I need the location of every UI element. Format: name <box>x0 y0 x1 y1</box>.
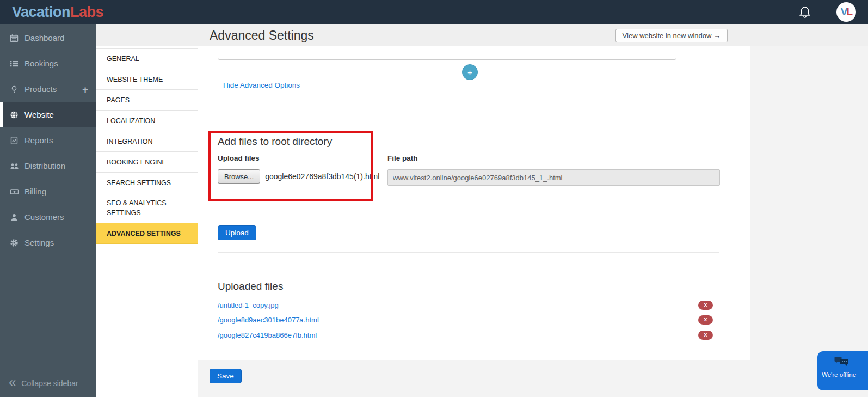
add-files-heading: Add files to root directory <box>218 136 332 148</box>
report-icon <box>10 136 21 145</box>
page: { "topbar": { "logo": { "part1": "Vacati… <box>0 0 868 397</box>
uploaded-file-link[interactable]: /google8d9aec301be4077a.html <box>218 316 319 324</box>
page-title: Advanced Settings <box>210 28 314 43</box>
uploaded-file-row: /google8d9aec301be4077a.html x <box>218 312 719 327</box>
lightbulb-icon <box>10 85 21 94</box>
tab-integration[interactable]: INTEGRATION <box>96 131 198 152</box>
collapse-sidebar-label: Collapse sidebar <box>21 379 78 388</box>
upload-button[interactable]: Upload <box>218 225 256 240</box>
file-path-label: File path <box>387 154 418 162</box>
upload-files-label: Upload files <box>218 154 260 162</box>
sidebar-item-label: Website <box>24 110 54 119</box>
sidebar-item-label: Settings <box>24 238 54 247</box>
delete-file-button[interactable]: x <box>698 331 713 340</box>
selected-filename: google6e02769a8f3db145(1).html <box>265 172 379 181</box>
sidebar-item-reports[interactable]: Reports <box>0 127 96 153</box>
tab-search-settings[interactable]: SEARCH SETTINGS <box>96 173 198 193</box>
hide-advanced-options-link[interactable]: Hide Advanced Options <box>223 81 300 89</box>
add-product-plus-icon[interactable]: + <box>82 84 88 94</box>
sidebar-item-label: Customers <box>24 212 64 222</box>
file-picker: Browse... google6e02769a8f3db145(1).html <box>218 169 379 184</box>
sidebar-item-label: Dashboard <box>24 33 64 42</box>
avatar-letter-l: L <box>847 6 852 18</box>
section-divider <box>218 252 719 253</box>
settings-tab-list: GENERAL WEBSITE THEME PAGES LOCALIZATION… <box>96 48 198 244</box>
uploaded-file-link[interactable]: /untitled-1_copy.jpg <box>218 301 279 309</box>
main-sidebar: Dashboard Bookings Products + Website <box>0 24 96 397</box>
calendar-icon <box>10 34 21 42</box>
bookings-list-icon <box>10 59 21 68</box>
tab-advanced-settings[interactable]: ADVANCED SETTINGS <box>96 223 198 244</box>
topbar-divider <box>820 0 820 24</box>
sidebar-items: Dashboard Bookings Products + Website <box>0 25 96 255</box>
tab-booking-engine[interactable]: BOOKING ENGINE <box>96 152 198 173</box>
uploaded-file-row: /google827c419ba866e7fb.html x <box>218 327 719 343</box>
sidebar-item-distribution[interactable]: Distribution <box>0 153 96 179</box>
tab-website-theme[interactable]: WEBSITE THEME <box>96 69 198 90</box>
delete-file-button[interactable]: x <box>698 315 713 325</box>
gear-icon <box>10 239 21 247</box>
chat-status-text: We're offline <box>822 371 856 378</box>
vacationlabs-logo[interactable]: VacationLabs <box>12 4 103 21</box>
sidebar-item-billing[interactable]: Billing <box>0 179 96 204</box>
delete-file-button[interactable]: x <box>698 301 713 310</box>
uploaded-file-link[interactable]: /google827c419ba866e7fb.html <box>218 331 317 339</box>
chat-widget[interactable]: We're offline <box>817 351 868 390</box>
sidebar-item-bookings[interactable]: Bookings <box>0 51 96 76</box>
save-button[interactable]: Save <box>210 369 242 383</box>
tab-localization[interactable]: LOCALIZATION <box>96 111 198 131</box>
file-path-input[interactable] <box>387 169 720 186</box>
tab-general[interactable]: GENERAL <box>96 48 198 69</box>
sidebar-item-settings[interactable]: Settings <box>0 230 96 255</box>
top-bar: VacationLabs VL <box>0 0 868 24</box>
logo-text-labs: Labs <box>70 4 103 20</box>
browse-button[interactable]: Browse... <box>218 169 260 184</box>
sidebar-item-label: Billing <box>24 187 46 196</box>
sidebar-item-label: Products <box>24 84 57 94</box>
website-settings-nav: GENERAL WEBSITE THEME PAGES LOCALIZATION… <box>96 46 198 397</box>
tab-seo-analytics-settings[interactable]: SEO & ANALYTICS SETTINGS <box>96 193 198 223</box>
collapse-sidebar-button[interactable]: « Collapse sidebar <box>0 369 96 397</box>
chat-bubbles-icon <box>834 356 850 369</box>
billing-icon <box>10 187 21 196</box>
bell-icon <box>799 5 811 19</box>
account-avatar[interactable]: VL <box>836 2 856 22</box>
distribution-users-icon <box>10 162 21 170</box>
uploaded-files-heading: Uploaded files <box>218 280 283 292</box>
sidebar-item-website[interactable]: Website <box>0 102 96 127</box>
notifications-button[interactable] <box>796 4 814 20</box>
sidebar-item-products[interactable]: Products + <box>0 76 96 102</box>
logo-text-vacation: Vacation <box>12 4 70 20</box>
customer-icon <box>10 213 21 222</box>
double-chevron-left-icon: « <box>9 376 16 389</box>
uploaded-file-row: /untitled-1_copy.jpg x <box>218 297 719 313</box>
sidebar-item-label: Reports <box>24 136 53 145</box>
advanced-option-input[interactable] <box>218 46 676 60</box>
avatar-letter-v: V <box>841 6 847 18</box>
tab-pages[interactable]: PAGES <box>96 90 198 111</box>
view-website-button[interactable]: View website in new window → <box>615 29 728 42</box>
sidebar-item-dashboard[interactable]: Dashboard <box>0 25 96 51</box>
advanced-settings-panel: + Hide Advanced Options Add files to roo… <box>198 46 750 360</box>
sidebar-item-customers[interactable]: Customers <box>0 204 96 230</box>
globe-icon <box>10 111 21 119</box>
add-option-button[interactable]: + <box>462 64 478 80</box>
sidebar-item-label: Bookings <box>24 59 58 68</box>
section-divider <box>218 112 719 112</box>
sidebar-item-label: Distribution <box>24 161 65 170</box>
